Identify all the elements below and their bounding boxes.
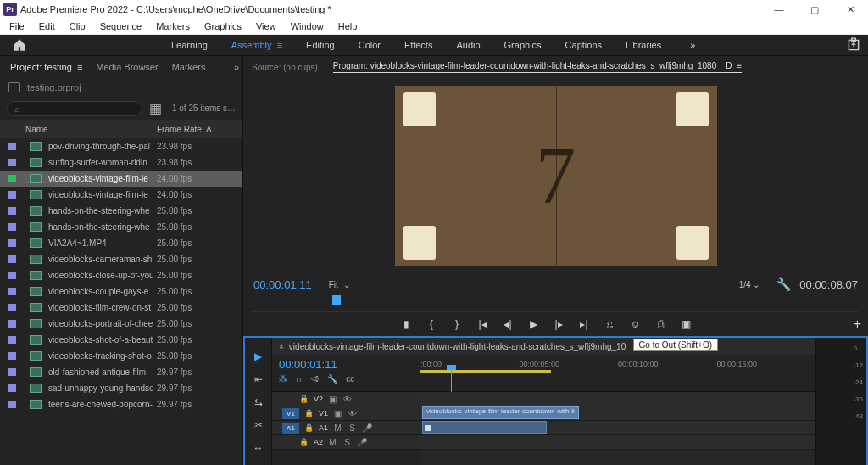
clip-row[interactable]: videoblocks-tracking-shot-o25.00 fps bbox=[0, 348, 242, 364]
toggle-output-icon[interactable]: ▣ bbox=[333, 409, 342, 418]
workspace-overflow-icon[interactable]: » bbox=[690, 40, 695, 50]
lock-icon[interactable]: 🔒 bbox=[299, 395, 309, 403]
label-chip[interactable] bbox=[8, 272, 16, 279]
workspace-audio[interactable]: Audio bbox=[444, 35, 492, 55]
in-out-range[interactable] bbox=[420, 370, 551, 373]
program-monitor[interactable]: 7 bbox=[243, 78, 868, 273]
razor-tool[interactable]: ✂ bbox=[252, 418, 265, 432]
caption-track-icon[interactable]: cc bbox=[346, 374, 354, 384]
column-name[interactable]: Name bbox=[25, 125, 157, 134]
voiceover-icon[interactable]: 🎤 bbox=[362, 423, 371, 433]
export-frame-button[interactable]: ⎙ bbox=[654, 318, 667, 330]
label-chip[interactable] bbox=[8, 401, 16, 408]
menu-graphics[interactable]: Graphics bbox=[198, 20, 248, 32]
menu-view[interactable]: View bbox=[250, 20, 282, 32]
playhead-icon[interactable] bbox=[332, 295, 341, 305]
label-chip[interactable] bbox=[8, 336, 16, 344]
clip-row[interactable]: VIA2A4~1.MP425.00 fps bbox=[0, 235, 242, 251]
program-scrub-bar[interactable] bbox=[253, 295, 858, 312]
mute-button[interactable]: M bbox=[333, 423, 342, 433]
label-chip[interactable] bbox=[8, 159, 16, 166]
play-button[interactable]: ▶ bbox=[526, 318, 540, 330]
go-to-in-button[interactable]: |◂ bbox=[476, 318, 489, 330]
label-chip[interactable] bbox=[8, 368, 16, 376]
source-patch-a1[interactable]: A1 bbox=[282, 423, 299, 434]
lock-icon[interactable]: 🔒 bbox=[304, 409, 314, 417]
window-close-button[interactable]: ✕ bbox=[832, 0, 868, 19]
go-to-out-button[interactable]: ▸| bbox=[577, 318, 591, 330]
toggle-output-icon[interactable]: ▣ bbox=[328, 395, 337, 404]
workspace-learning[interactable]: Learning bbox=[159, 35, 220, 55]
label-chip[interactable] bbox=[8, 191, 16, 199]
clip-row[interactable]: videoblocks-vintage-film-le24.00 fps bbox=[0, 187, 242, 203]
step-back-button[interactable]: ◂| bbox=[501, 318, 515, 330]
mute-button[interactable]: M bbox=[328, 438, 337, 447]
time-ruler[interactable]: :00:0000:00:05:0000:00:10:0000:00:15:00 bbox=[420, 360, 815, 370]
solo-button[interactable]: S bbox=[348, 423, 357, 433]
label-chip[interactable] bbox=[8, 239, 16, 247]
source-patch-v1[interactable]: V1 bbox=[282, 408, 299, 419]
linked-selection-icon[interactable]: ∩ bbox=[296, 374, 302, 384]
sequence-tab[interactable]: × videoblocks-vintage-film-leader-countd… bbox=[272, 338, 815, 355]
clip-row[interactable]: videoblocks-film-crew-on-st25.00 fps bbox=[0, 300, 242, 316]
lock-icon[interactable]: 🔒 bbox=[299, 438, 309, 446]
workspace-libraries[interactable]: Libraries bbox=[614, 35, 673, 55]
label-chip[interactable] bbox=[8, 255, 16, 263]
workspace-graphics[interactable]: Graphics bbox=[492, 35, 554, 55]
clip-row[interactable]: sad-unhappy-young-handso29.97 fps bbox=[0, 380, 242, 396]
mark-out-button[interactable]: } bbox=[450, 318, 464, 330]
clip-row[interactable]: pov-driving-through-the-pal23.98 fps bbox=[0, 138, 242, 154]
selection-tool[interactable]: ▶ bbox=[252, 350, 265, 363]
column-frame-rate[interactable]: Frame Rate ᐱ bbox=[157, 125, 212, 134]
label-chip[interactable] bbox=[8, 320, 16, 328]
workspace-color[interactable]: Color bbox=[347, 35, 392, 55]
resolution-dropdown[interactable]: 1/4 bbox=[739, 280, 751, 289]
slip-tool[interactable]: ↔ bbox=[252, 441, 265, 455]
new-bin-icon[interactable]: ▦ bbox=[149, 100, 162, 116]
workspace-effects[interactable]: Effects bbox=[392, 35, 444, 55]
settings-icon[interactable]: 🔧 bbox=[776, 277, 791, 291]
clip-row[interactable]: hands-on-the-steering-whe25.00 fps bbox=[0, 219, 242, 235]
project-clip-list[interactable]: pov-driving-through-the-pal23.98 fpssurf… bbox=[0, 138, 242, 465]
voiceover-icon[interactable]: 🎤 bbox=[357, 438, 366, 447]
panel-overflow-icon[interactable]: » bbox=[234, 62, 239, 72]
clip-row[interactable]: videoblocks-portrait-of-chee25.00 fps bbox=[0, 316, 242, 332]
menu-markers[interactable]: Markers bbox=[150, 20, 196, 32]
track-select-tool[interactable]: ⇤ bbox=[252, 373, 265, 386]
bin-icon[interactable] bbox=[8, 82, 20, 92]
menu-sequence[interactable]: Sequence bbox=[94, 20, 148, 32]
clip-row[interactable]: videoblocks-shot-of-a-beaut25.00 fps bbox=[0, 332, 242, 348]
window-maximize-button[interactable]: ▢ bbox=[797, 0, 832, 19]
label-chip[interactable] bbox=[8, 223, 16, 231]
comparison-view-button[interactable]: ▣ bbox=[679, 318, 693, 330]
label-chip[interactable] bbox=[8, 207, 16, 215]
home-icon[interactable] bbox=[12, 37, 27, 53]
workspace-editing[interactable]: Editing bbox=[294, 35, 347, 55]
clip-row[interactable]: videoblocks-close-up-of-you25.00 fps bbox=[0, 267, 242, 283]
clip-row[interactable]: videoblocks-cameraman-sh25.00 fps bbox=[0, 251, 242, 267]
settings-wrench-icon[interactable]: 🔧 bbox=[327, 374, 337, 384]
snap-icon[interactable]: ⁂ bbox=[279, 374, 287, 384]
label-chip[interactable] bbox=[8, 304, 16, 311]
track-header-a2[interactable]: 🔒A2MS🎤 bbox=[272, 435, 420, 450]
timeline-clip-video[interactable]: videoblocks-vintage-film-leader-countdow… bbox=[422, 406, 579, 419]
label-chip[interactable] bbox=[8, 288, 16, 295]
menu-window[interactable]: Window bbox=[285, 20, 330, 32]
label-chip[interactable] bbox=[8, 352, 16, 360]
marker-icon[interactable]: ⏿ bbox=[310, 374, 319, 384]
zoom-fit-dropdown[interactable]: Fit bbox=[329, 280, 338, 289]
clip-row[interactable]: old-fashioned-antique-film-29.97 fps bbox=[0, 364, 242, 380]
menu-edit[interactable]: Edit bbox=[33, 20, 61, 32]
clip-row[interactable]: videoblocks-couple-gays-e25.00 fps bbox=[0, 283, 242, 300]
clip-row[interactable]: videoblocks-vintage-film-le24.00 fps bbox=[0, 171, 242, 187]
label-chip[interactable] bbox=[8, 143, 16, 150]
tab-media-browser[interactable]: Media Browser bbox=[89, 59, 164, 76]
tab-source[interactable]: Source: (no clips) bbox=[252, 63, 318, 72]
window-minimize-button[interactable]: — bbox=[761, 0, 797, 19]
clip-row[interactable]: hands-on-the-steering-whe25.00 fps bbox=[0, 203, 242, 219]
eye-icon[interactable]: 👁 bbox=[342, 395, 352, 404]
label-chip[interactable] bbox=[8, 384, 16, 392]
menu-help[interactable]: Help bbox=[332, 20, 364, 32]
button-editor-icon[interactable]: + bbox=[854, 317, 861, 332]
lift-button[interactable]: ⎌ bbox=[603, 318, 616, 330]
